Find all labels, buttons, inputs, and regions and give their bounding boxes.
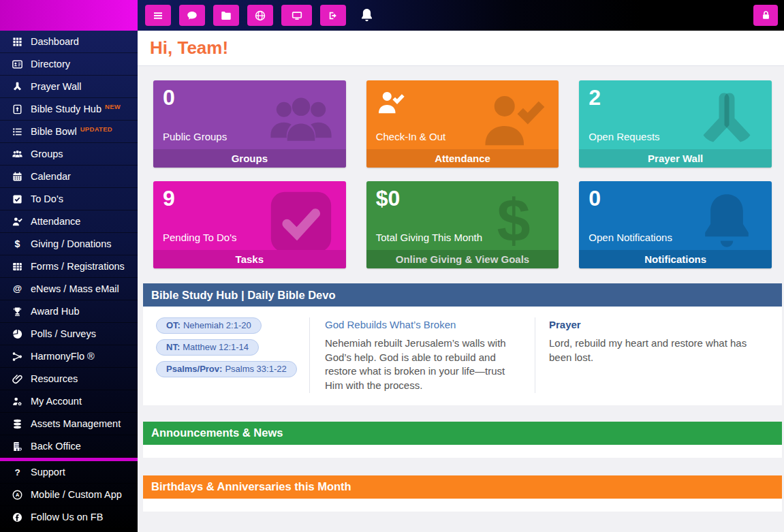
birthdays-bar: Birthdays & Anniversaries this Month (143, 475, 782, 499)
sidebar-item-label: Giving / Donations (31, 238, 111, 249)
sidebar-item-label: Resources (31, 373, 78, 384)
sidebar-item-attendance[interactable]: Attendance (0, 210, 138, 233)
sidebar-item-resources[interactable]: Resources (0, 368, 138, 390)
lock-button[interactable] (753, 5, 778, 26)
prayer-column: Prayer Lord, rebuild my heart and restor… (535, 317, 775, 393)
card-footer-link[interactable]: Groups (153, 149, 346, 168)
card-footer-link[interactable]: Prayer Wall (579, 149, 772, 168)
card-footer-link[interactable]: Tasks (153, 250, 346, 268)
sidebar-item-label: Bible Study Hub (31, 104, 101, 114)
reading-pill-text: Nehemiah 2:1-20 (183, 320, 251, 330)
sidebar-item-label: Forms / Registrations (31, 261, 125, 272)
sidebar-item-giving-donations[interactable]: $Giving / Donations (0, 233, 138, 255)
sidebar-item-enews-mass-email[interactable]: @eNews / Mass eMail (0, 278, 138, 300)
kiosk-button[interactable] (281, 5, 312, 26)
announcements-bar: Announcements & News (143, 422, 782, 445)
card-value: 2 (589, 86, 772, 110)
reading-pill-nt: NT:Matthew 12:1-14 (156, 339, 259, 356)
question-icon: ? (12, 467, 23, 478)
sidebar-item-bible-study-hub[interactable]: Bible Study HubNEW (0, 98, 138, 121)
stat-card-notifications[interactable]: 0Open NotificationsNotifications (579, 181, 772, 268)
pie-icon (12, 328, 23, 340)
sidebar-item-bible-bowl[interactable]: Bible BowlUPDATED (0, 121, 138, 143)
card-value: 0 (589, 187, 772, 210)
topbar (138, 0, 784, 31)
sidebar-item-polls-surveys[interactable]: Polls / Surveys (0, 323, 138, 345)
announcements-section: Announcements & News (143, 422, 782, 458)
dollar-icon: $ (12, 238, 23, 250)
sidebar-item-label: Attendance (31, 216, 80, 227)
lock-icon (760, 10, 772, 21)
sidebar-item-support[interactable]: ?Support (0, 461, 138, 484)
card-footer-link[interactable]: Notifications (579, 250, 772, 268)
calendar-icon (12, 171, 23, 183)
monitor-icon (291, 10, 303, 22)
sidebar-item-assets-management[interactable]: Assets Management (0, 413, 138, 435)
reading-pill-text: Matthew 12:1-14 (183, 342, 249, 352)
card-footer-link[interactable]: Online Giving & View Goals (366, 250, 559, 268)
at-icon: @ (12, 283, 23, 295)
reading-pill-prefix: NT: (166, 342, 180, 352)
card-value: $0 (376, 187, 559, 210)
stat-cards-grid: 0Public GroupsGroupsCheck-In & OutAttend… (153, 80, 772, 268)
reading-pill-psalms: Psalms/Prov:Psalms 33:1-22 (156, 361, 297, 377)
sidebar-item-calendar[interactable]: Calendar (0, 166, 138, 188)
sidebar-item-dashboard[interactable]: Dashboard (0, 31, 138, 53)
sidebar-item-label: Mobile / Custom App (31, 489, 122, 500)
list-icon (12, 126, 23, 138)
card-label: Check-In & Out (376, 131, 446, 142)
sidebar-item-forms-registrations[interactable]: Forms / Registrations (0, 255, 138, 278)
bible-study-hub-section: Bible Study Hub | Daily Bible Devo OT:Ne… (143, 283, 782, 405)
table-icon (12, 261, 23, 272)
sidebar-item-groups[interactable]: Groups (0, 143, 138, 166)
sidebar-item-award-hub[interactable]: Award Hub (0, 300, 138, 323)
sidebar-item-label: Prayer Wall (31, 81, 81, 92)
sidebar-item-to-do-s[interactable]: To Do's (0, 188, 138, 210)
stat-card-attendance[interactable]: Check-In & OutAttendance (366, 80, 559, 168)
persongear-icon (12, 396, 23, 407)
people-icon (12, 148, 23, 160)
pray-icon (12, 81, 23, 93)
website-button[interactable] (247, 5, 273, 26)
files-button[interactable] (213, 5, 239, 26)
announcements-title: Announcements & News (151, 426, 283, 439)
stat-card-online-giving-view-goals[interactable]: $$0Total Giving This MonthOnline Giving … (366, 181, 559, 268)
sidebar-item-label: eNews / Mass eMail (31, 283, 119, 294)
card-label: Open Notifications (589, 232, 672, 243)
notifications-bell-icon[interactable] (358, 7, 375, 24)
devotion-title: God Rebuilds What’s Broken (325, 319, 525, 330)
card-footer-link[interactable]: Attendance (366, 149, 559, 168)
paperclip-icon (12, 373, 23, 385)
flow-icon (12, 351, 23, 362)
sidebar-item-my-account[interactable]: My Account (0, 390, 138, 413)
sidebar: DashboardDirectoryPrayer WallBible Study… (0, 0, 138, 532)
birthdays-title: Birthdays & Anniversaries this Month (151, 480, 351, 493)
stat-card-groups[interactable]: 0Public GroupsGroups (153, 80, 346, 168)
reading-pill-ot: OT:Nehemiah 2:1-20 (156, 317, 262, 334)
topbar-buttons (145, 5, 354, 26)
messages-button[interactable] (179, 5, 205, 26)
sidebar-item-label: Groups (31, 148, 63, 159)
sidebar-item-directory[interactable]: Directory (0, 53, 138, 76)
sidebar-item-label: Assets Management (31, 418, 121, 429)
readings-column: OT:Nehemiah 2:1-20 NT:Matthew 12:1-14 Ps… (150, 317, 309, 393)
idcard-icon (12, 59, 23, 70)
sign-out-button[interactable] (320, 5, 346, 26)
sidebar-item-follow-us-on-fb[interactable]: Follow Us on FB (0, 506, 138, 529)
devotion-body: Nehemiah rebuilt Jerusalem’s walls with … (325, 337, 525, 393)
svg-text:A: A (15, 492, 19, 498)
bible-study-hub-header: Bible Study Hub | Daily Bible Devo (143, 283, 782, 307)
logo-block[interactable] (0, 0, 138, 31)
sidebar-item-label: Award Hub (31, 306, 79, 317)
svg-text:$: $ (14, 238, 20, 249)
sidebar-item-harmonyflo[interactable]: HarmonyFlo ® (0, 345, 138, 368)
database-icon (12, 418, 23, 430)
sidebar-item-back-office[interactable]: Back Office (0, 435, 138, 458)
logout-icon (327, 10, 339, 22)
trophy-icon (12, 306, 23, 317)
menu-button[interactable] (145, 5, 171, 26)
sidebar-item-mobile-custom-app[interactable]: AMobile / Custom App (0, 484, 138, 506)
stat-card-tasks[interactable]: 9Pending To Do'sTasks (153, 181, 346, 268)
sidebar-item-prayer-wall[interactable]: Prayer Wall (0, 76, 138, 98)
stat-card-prayer-wall[interactable]: 2Open RequestsPrayer Wall (579, 80, 772, 168)
